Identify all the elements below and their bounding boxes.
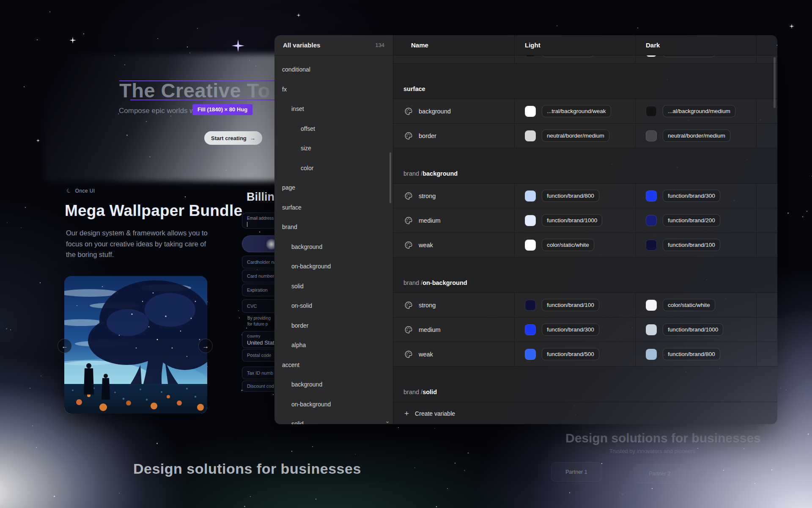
star [569, 492, 570, 493]
star [468, 453, 469, 453]
sidebar-item-page[interactable]: page [274, 178, 393, 198]
sidebar-item-accent[interactable]: accent [274, 355, 393, 375]
star [273, 394, 274, 395]
variable-alias-chip[interactable]: function/brand/300 [542, 323, 599, 336]
color-swatch[interactable] [525, 130, 536, 141]
variable-alias-chip[interactable]: function/brand/200 [663, 214, 720, 227]
color-swatch[interactable] [525, 300, 536, 311]
table-row-strong[interactable]: strongfunction/brand/800function/brand/3… [393, 184, 777, 208]
sidebar-item-on-solid[interactable]: on-solid [274, 296, 393, 316]
color-swatch[interactable] [525, 106, 536, 117]
palette-icon [404, 192, 413, 200]
table-row-weak[interactable]: weakfunction/brand/500function/brand/800 [393, 342, 777, 367]
variable-alias-chip[interactable]: function/brand/800 [542, 190, 599, 202]
variable-alias-chip[interactable]: color/static/white [663, 299, 715, 312]
variable-alias-chip[interactable]: neutral/border/medium [663, 130, 730, 142]
color-swatch[interactable] [646, 55, 657, 57]
star [239, 318, 240, 318]
plus-icon: + [404, 409, 409, 418]
once-ui-label: Once UI [75, 188, 95, 194]
variable-alias-chip[interactable]: function/brand/100 [542, 299, 599, 312]
color-swatch[interactable] [525, 190, 536, 202]
sidebar-item-solid[interactable]: solid [274, 276, 393, 296]
sidebar-item-background[interactable]: background [274, 375, 393, 395]
variable-alias-chip[interactable]: neutral/border/medium [542, 130, 609, 142]
footer-right-heading: Design solutions for businesses [565, 431, 761, 445]
sidebar-item-surface[interactable]: surface [274, 198, 393, 218]
star [259, 232, 260, 232]
variable-alias-chip[interactable]: function/brand/1000 [663, 323, 723, 336]
variable-alias-chip[interactable]: color/static/black [542, 55, 594, 57]
sidebar-item-brand[interactable]: brand [274, 217, 393, 237]
palette-icon [404, 216, 413, 225]
color-swatch[interactable] [525, 349, 536, 360]
add-variable-icon-button[interactable]: + [773, 39, 777, 52]
sidebar-item-size[interactable]: size [274, 138, 393, 158]
sidebar-item-solid[interactable]: solid [274, 414, 393, 424]
sidebar-item-border[interactable]: border [274, 316, 393, 336]
color-swatch[interactable] [646, 130, 657, 141]
sidebar-item-alpha[interactable]: alpha [274, 335, 393, 355]
color-swatch[interactable] [646, 349, 657, 360]
color-swatch[interactable] [646, 300, 657, 311]
variable-name-cell: border [393, 124, 514, 148]
table-row-weak[interactable]: weakcolor/static/whitefunction/brand/100 [393, 233, 777, 257]
variable-alias-chip[interactable]: function/brand/1000 [542, 214, 602, 227]
variable-dark-cell: neutral/border/medium [635, 124, 756, 148]
table-scrollbar[interactable] [774, 57, 776, 108]
variable-alias-chip[interactable]: function/brand/300 [663, 190, 720, 202]
variable-count: 134 [375, 42, 384, 48]
design-canvas: The Creative To Compose epic worlds with… [0, 0, 812, 508]
variable-light-cell: function/brand/800 [514, 184, 635, 208]
selection-line-top [119, 80, 275, 81]
table-row-contrast[interactable]: contrastcolor/static/blackcolor/static/w… [393, 55, 777, 64]
variable-alias-chip[interactable]: function/brand/800 [663, 348, 720, 361]
variable-name-label: weak [419, 242, 433, 248]
table-row-medium[interactable]: mediumfunction/brand/1000function/brand/… [393, 208, 777, 233]
star [436, 506, 437, 507]
color-swatch[interactable] [525, 240, 536, 251]
color-swatch[interactable] [525, 55, 536, 57]
sidebar-item-background[interactable]: background [274, 237, 393, 257]
star [414, 467, 415, 468]
sidebar-item-offset[interactable]: offset [274, 119, 393, 139]
sidebar-item-on-background[interactable]: on-background [274, 395, 393, 414]
sidebar-scrollbar[interactable] [390, 152, 391, 203]
sidebar-item-fx[interactable]: fx [274, 80, 393, 99]
variable-alias-chip[interactable]: function/brand/100 [663, 239, 720, 251]
star [802, 216, 803, 217]
star [49, 11, 50, 12]
table-row-border[interactable]: borderneutral/border/mediumneutral/borde… [393, 124, 777, 148]
row-extra-cell [756, 293, 777, 317]
row-extra-cell [756, 342, 777, 366]
table-row-strong[interactable]: strongfunction/brand/100color/static/whi… [393, 293, 777, 318]
variable-alias-chip[interactable]: function/brand/500 [542, 348, 599, 361]
sidebar-item-conditional[interactable]: conditional [274, 60, 393, 80]
color-swatch[interactable] [646, 240, 657, 251]
color-swatch[interactable] [646, 190, 657, 202]
sidebar-item-on-background[interactable]: on-background [274, 257, 393, 276]
color-swatch[interactable] [646, 106, 657, 117]
star [54, 496, 55, 497]
start-creating-button[interactable]: Start creating → [204, 131, 262, 145]
variable-group-list: conditionalfxinsetoffsetsizecolorpagesur… [274, 55, 393, 424]
color-swatch[interactable] [525, 215, 536, 226]
sidebar-item-inset[interactable]: inset [274, 99, 393, 119]
create-variable-button[interactable]: +Create variable [393, 402, 777, 424]
section-title: on-background [422, 279, 467, 286]
carousel-next-button[interactable]: → [198, 339, 213, 353]
color-swatch[interactable] [646, 215, 657, 226]
color-swatch[interactable] [525, 324, 536, 335]
table-row-background[interactable]: background...tral/background/weak...al/b… [393, 99, 777, 124]
variable-alias-chip[interactable]: ...al/background/medium [663, 105, 735, 118]
carousel-prev-button[interactable]: ← [58, 339, 72, 353]
sidebar-item-color[interactable]: color [274, 158, 393, 178]
star [312, 446, 313, 447]
variable-alias-chip[interactable]: color/static/white [663, 55, 715, 57]
variable-alias-chip[interactable]: ...tral/background/weak [542, 105, 611, 118]
variable-alias-chip[interactable]: color/static/white [542, 239, 594, 251]
color-swatch[interactable] [646, 324, 657, 335]
star [156, 443, 158, 444]
table-row-medium[interactable]: mediumfunction/brand/300function/brand/1… [393, 318, 777, 342]
clipped-row-wrapper: contrastcolor/static/blackcolor/static/w… [393, 55, 777, 64]
